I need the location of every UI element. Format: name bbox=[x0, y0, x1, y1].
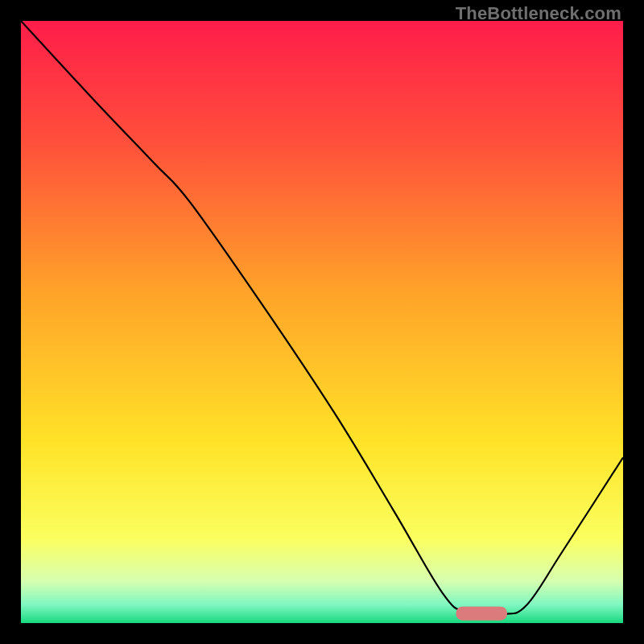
chart-marker bbox=[456, 606, 507, 620]
chart-background bbox=[21, 21, 623, 623]
chart-svg bbox=[21, 21, 623, 623]
chart-plot-area bbox=[21, 21, 623, 623]
chart-frame: TheBottleneck.com bbox=[0, 0, 644, 644]
watermark-text: TheBottleneck.com bbox=[456, 3, 621, 24]
